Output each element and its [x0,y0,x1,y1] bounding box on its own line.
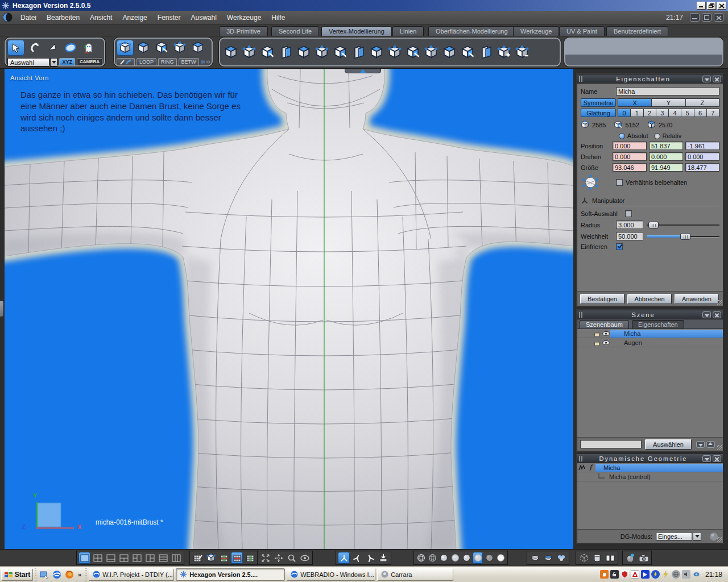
scene-row-augen[interactable]: Augen [577,338,723,347]
softness-slider[interactable] [647,233,719,240]
menu-datei[interactable]: Datei [15,14,42,22]
grid-yz-button[interactable] [244,552,256,564]
tool-tessellate[interactable] [313,44,330,60]
layout-top-split-button[interactable] [118,552,130,564]
ring-button[interactable]: RING [158,58,177,66]
scene-row-micha[interactable]: Micha [577,329,723,338]
tool-weld[interactable] [386,44,403,60]
dg-mode-dropdown[interactable]: Einges... [656,532,692,541]
resize-grip[interactable] [717,445,722,450]
radius-slider[interactable] [647,222,719,228]
menu-anzeige[interactable]: Anzeige [117,14,152,22]
zoom-view-button[interactable] [286,552,297,564]
left-panel-handle[interactable] [0,300,4,317]
start-button[interactable]: Start [1,568,33,581]
render-button[interactable] [624,552,636,564]
restore-button[interactable] [707,2,716,10]
freeze-checkbox[interactable] [616,243,623,250]
camera-render-button[interactable] [638,552,650,564]
tray-volume-icon[interactable] [682,570,690,579]
universal-manipulator-button[interactable] [338,552,350,564]
menu-bearbeiten[interactable]: Bearbeiten [42,14,85,22]
tool-smooth[interactable] [332,44,349,60]
position-y-field[interactable]: 51.837 [649,142,683,150]
panel-menu-icon[interactable] [702,311,711,318]
select-arrow-tool[interactable] [7,40,24,56]
task-webradio[interactable]: WEBRADIO - Windows I... [287,568,375,581]
viewport-collapse-handle[interactable] [345,69,381,73]
apply-button[interactable]: Anwenden [675,294,719,304]
dg-root-row[interactable]: Micha [577,463,723,472]
menu-fenster[interactable]: Fenster [152,14,186,22]
tool-tweak[interactable] [423,44,440,60]
tab-szenenbaum[interactable]: Szenenbaum [580,320,629,329]
menu-werkzeuge[interactable]: Werkzeuge [222,14,266,22]
layout-vertical-button[interactable] [170,552,182,564]
tool-bridge[interactable] [404,44,421,60]
task-hexagon[interactable]: Hexagon Version 2.5.... [176,568,285,581]
tool-inset[interactable] [259,44,276,60]
tray-bolt-icon[interactable] [661,570,670,579]
scene-item-name[interactable]: Micha [610,330,723,338]
selection-mode-dropdown-arrow[interactable] [50,58,57,66]
layout-quad-button[interactable] [92,552,104,564]
menu-ansicht[interactable]: Ansicht [85,14,117,22]
layout-single-button[interactable] [78,552,90,564]
betw-button[interactable]: BETW [179,58,199,66]
tab-3d-primitive[interactable]: 3D-Primitive [219,26,268,36]
eye-icon[interactable] [601,340,610,346]
eye-icon[interactable] [601,331,610,336]
shade-smooth-wire-button[interactable] [473,552,483,564]
panel-close-icon[interactable] [713,455,721,462]
size-y-field[interactable]: 91.949 [649,163,683,172]
fit-view-button[interactable] [259,552,271,564]
tray-display-icon[interactable] [692,570,701,579]
cylinder-button[interactable] [591,552,603,564]
dg-spline-icon[interactable] [586,464,595,471]
circle-select-icon[interactable] [206,59,210,65]
tool-bevel[interactable] [241,44,258,60]
quicklaunch-ie-icon[interactable] [52,569,62,580]
ghost-cube-button[interactable] [578,552,590,564]
smoothing-level-7[interactable]: 7 [706,109,719,117]
tab-werkzeuge[interactable]: Werkzeuge [513,26,559,36]
smoothing-level-6[interactable]: 6 [694,109,707,117]
selection-mode-dropdown[interactable]: Auswahl [7,58,49,66]
quicklaunch-overflow-chevron[interactable]: » [76,571,84,578]
tab-second-life[interactable]: Second Life [271,26,319,36]
3d-viewport[interactable]: Ansicht Vorn Das ganze in etwa so hin sc… [5,69,573,549]
loop-button[interactable]: LOOP [136,58,156,66]
tab-eigenschaften[interactable]: Eigenschaften [632,320,684,329]
lock-icon[interactable] [592,330,601,337]
confirm-button[interactable]: Bestätigen [580,294,624,304]
material-blue-bowl-button[interactable] [542,552,554,564]
minimize-button[interactable] [697,2,706,10]
material-bowl-button[interactable] [529,552,541,564]
close-button[interactable] [717,2,726,10]
symmetry-z-button[interactable]: Z [685,98,719,107]
smoothing-level-0[interactable]: 0 [618,109,631,117]
drag-grip-icon[interactable] [579,456,584,462]
tool-face-extract[interactable] [277,44,294,60]
tray-avira-icon[interactable] [631,570,639,579]
freehand-ghost-tool[interactable] [80,40,97,56]
layout-top-bottom-button[interactable] [105,552,117,564]
drag-grip-icon[interactable] [579,312,584,318]
tray-shield-icon[interactable] [621,570,629,579]
panel-close-icon[interactable] [713,311,721,318]
tray-power-icon[interactable] [651,570,660,579]
tool-split[interactable] [477,44,494,60]
quicklaunch-show-desktop-icon[interactable] [39,569,49,580]
position-x-field[interactable]: 0.000 [613,142,647,150]
tool-flatten[interactable] [350,44,367,60]
radius-field[interactable]: 3.000 [616,221,643,229]
move-manipulator-button[interactable] [351,552,363,564]
dg-child-row[interactable]: Micha (control) [577,472,723,481]
point-mode-button[interactable] [171,40,188,56]
task-wip-projekt[interactable]: W.I.P. Projekt - DTDIY (... [89,568,174,581]
polygon-lasso-tool[interactable] [44,40,61,56]
camera-toggle-button[interactable]: CAMERA [77,58,102,66]
app-close-button[interactable] [714,13,723,22]
drag-grip-icon[interactable] [579,76,584,82]
scene-item-name[interactable]: Augen [610,339,723,347]
